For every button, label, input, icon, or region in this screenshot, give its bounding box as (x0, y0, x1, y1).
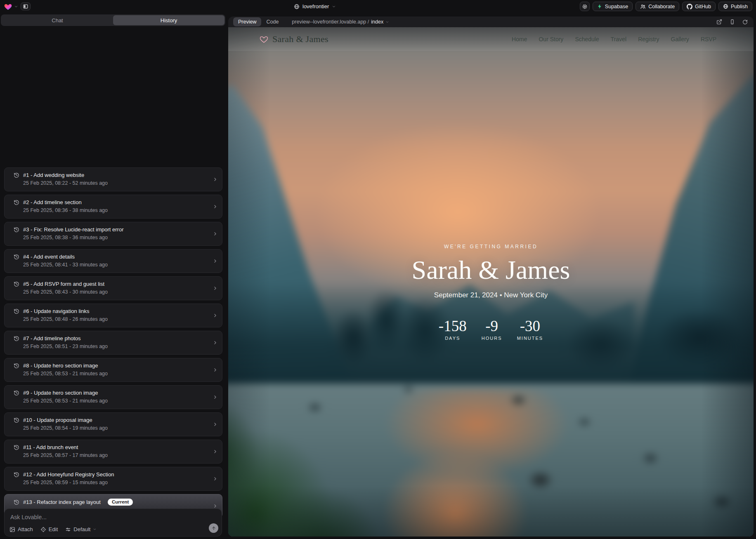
chevron-right-icon[interactable] (213, 204, 218, 209)
send-button[interactable] (209, 523, 218, 533)
hero-eyebrow: WE'RE GETTING MARRIED (228, 244, 754, 249)
github-icon (687, 4, 692, 9)
countdown-minutes: -30 MINUTES (517, 318, 543, 341)
history-item-meta: 25 Feb 2025, 08:53 - 21 minutes ago (23, 371, 216, 377)
chevron-right-icon[interactable] (213, 422, 218, 427)
history-item-4[interactable]: #4 - Add event details 25 Feb 2025, 08:4… (4, 249, 222, 273)
history-icon (14, 200, 19, 205)
attach-button[interactable]: Attach (9, 526, 33, 532)
history-item-7[interactable]: #7 - Add timeline photos 25 Feb 2025, 08… (4, 331, 222, 355)
hero-section: WE'RE GETTING MARRIED Sarah & James Sept… (228, 244, 754, 341)
history-item-title: #8 - Update hero section image (23, 362, 98, 369)
supabase-button[interactable]: Supabase (593, 2, 633, 11)
collaborate-button[interactable]: Collaborate (636, 2, 679, 11)
history-icon (14, 417, 19, 423)
image-attach-icon (9, 527, 15, 532)
history-icon (14, 363, 19, 369)
publish-button[interactable]: Publish (718, 2, 752, 11)
tab-preview[interactable]: Preview (233, 17, 261, 26)
chevron-right-icon[interactable] (213, 449, 218, 454)
history-item-12[interactable]: #12 - Add Honeyfund Registry Section 25 … (4, 467, 222, 491)
users-icon (640, 4, 646, 9)
history-item-title: #12 - Add Honeyfund Registry Section (23, 471, 114, 478)
lovable-logo-menu[interactable] (4, 3, 18, 10)
history-item-title: #10 - Update proposal image (23, 417, 92, 423)
history-item-title: #11 - Add brunch event (23, 444, 78, 450)
mode-label: Default (73, 526, 90, 532)
hero-title: Sarah & James (228, 256, 754, 284)
history-item-meta: 25 Feb 2025, 08:43 - 30 minutes ago (23, 289, 216, 295)
chevron-right-icon[interactable] (213, 177, 218, 182)
history-item-11[interactable]: #11 - Add brunch event 25 Feb 2025, 08:5… (4, 440, 222, 464)
history-icon (14, 445, 19, 450)
history-item-10[interactable]: #10 - Update proposal image 25 Feb 2025,… (4, 412, 222, 436)
history-item-meta: 25 Feb 2025, 08:22 - 52 minutes ago (23, 180, 216, 186)
countdown-hours-value: -9 (479, 318, 505, 334)
history-icon (14, 281, 19, 287)
history-item-2[interactable]: #2 - Add timeline section 25 Feb 2025, 0… (4, 195, 222, 219)
history-item-meta: 25 Feb 2025, 08:48 - 26 minutes ago (23, 316, 216, 322)
history-item-5[interactable]: #5 - Add RSVP form and guest list 25 Feb… (4, 276, 222, 300)
history-item-8[interactable]: #8 - Update hero section image 25 Feb 20… (4, 358, 222, 382)
preview-url[interactable]: preview--lovefrontier.lovable.app / inde… (292, 19, 389, 25)
history-icon (14, 308, 19, 314)
left-sidebar: Chat History #1 - Add wedding website 25… (0, 13, 227, 539)
tab-code[interactable]: Code (261, 17, 284, 26)
site-logo[interactable]: Sarah & James (260, 34, 328, 45)
nav-travel[interactable]: Travel (611, 36, 626, 42)
open-external-button[interactable] (716, 19, 722, 25)
chevron-down-icon (332, 5, 336, 9)
history-item-title: #1 - Add wedding website (23, 172, 84, 178)
chevron-right-icon[interactable] (213, 340, 218, 346)
history-item-3[interactable]: #3 - Fix: Resolve Lucide-react import er… (4, 222, 222, 246)
nav-gallery[interactable]: Gallery (671, 36, 689, 42)
chevron-right-icon[interactable] (213, 395, 218, 400)
github-button[interactable]: GitHub (682, 2, 716, 11)
supabase-label: Supabase (605, 4, 628, 9)
nav-schedule[interactable]: Schedule (575, 36, 599, 42)
chevron-right-icon[interactable] (213, 286, 218, 291)
mobile-view-button[interactable] (730, 19, 735, 25)
history-item-6[interactable]: #6 - Update navigation links 25 Feb 2025… (4, 304, 222, 327)
heart-outline-icon (260, 35, 268, 43)
countdown-days: -158 DAYS (439, 318, 467, 341)
edit-label: Edit (49, 526, 58, 532)
history-item-1[interactable]: #1 - Add wedding website 25 Feb 2025, 08… (4, 167, 222, 191)
globe-icon (723, 4, 728, 9)
site-logo-text: Sarah & James (272, 34, 328, 45)
history-icon (14, 254, 19, 260)
countdown-hours: -9 HOURS (479, 318, 505, 341)
countdown: -158 DAYS -9 HOURS -30 MINUTES (228, 318, 754, 341)
countdown-days-value: -158 (439, 318, 467, 334)
history-item-meta: 25 Feb 2025, 08:38 - 36 minutes ago (23, 235, 216, 240)
history-item-9[interactable]: #9 - Update hero section image 25 Feb 20… (4, 385, 222, 409)
settings-button[interactable] (580, 2, 590, 11)
nav-home[interactable]: Home (512, 36, 527, 42)
history-item-title: #2 - Add timeline section (23, 199, 82, 205)
lovable-app-window: lovefrontier Supabase Collab (0, 0, 756, 539)
mode-selector[interactable]: Default (65, 526, 97, 532)
attach-label: Attach (18, 526, 33, 532)
ask-lovable-input[interactable] (10, 514, 195, 523)
history-item-meta: 25 Feb 2025, 08:59 - 15 minutes ago (23, 480, 216, 485)
refresh-button[interactable] (742, 19, 748, 25)
collaborate-label: Collaborate (648, 4, 675, 9)
edit-button[interactable]: Edit (40, 526, 58, 532)
preview-toolbar: Preview Code preview--lovefrontier.lovab… (228, 16, 754, 27)
chevron-right-icon[interactable] (213, 367, 218, 373)
history-item-title: #3 - Fix: Resolve Lucide-react import er… (23, 226, 123, 233)
nav-rsvp[interactable]: RSVP (701, 36, 716, 42)
chevron-right-icon[interactable] (213, 231, 218, 237)
tab-history[interactable]: History (113, 15, 224, 25)
chevron-right-icon[interactable] (213, 476, 218, 482)
chevron-right-icon[interactable] (213, 259, 218, 264)
nav-registry[interactable]: Registry (638, 36, 659, 42)
tab-chat[interactable]: Chat (2, 15, 113, 25)
project-selector[interactable]: lovefrontier (294, 0, 336, 13)
chevron-down-icon (14, 5, 18, 9)
toggle-sidebar-button[interactable] (21, 2, 31, 10)
chevron-right-icon[interactable] (213, 313, 218, 318)
chevron-right-icon[interactable] (213, 504, 218, 509)
preview-url-base: preview--lovefrontier.lovable.app / (292, 19, 369, 25)
nav-our-story[interactable]: Our Story (539, 36, 563, 42)
